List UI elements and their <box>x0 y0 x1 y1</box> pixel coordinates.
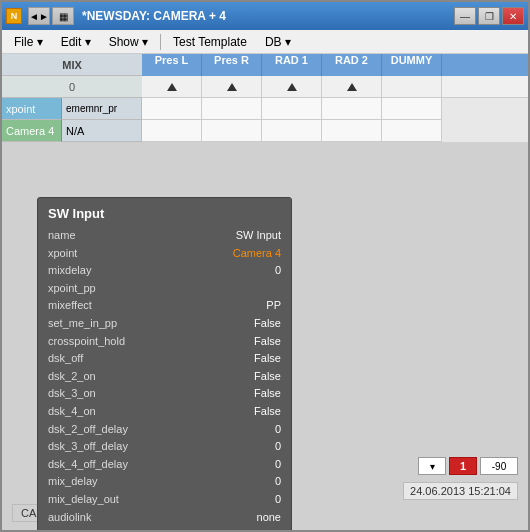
tooltip-val-audiolink: none <box>257 509 281 527</box>
table-row-camera: Camera 4 N/A <box>2 120 528 142</box>
title-bar: N ◄► ▦ *NEWSDAY: CAMERA + 4 — ❐ ✕ <box>2 2 528 30</box>
tooltip-row-dsk3offdelay: dsk_3_off_delay 0 <box>48 438 281 456</box>
tooltip-val-mixeffect: PP <box>266 297 281 315</box>
tooltip-key-index: index <box>48 526 168 530</box>
tooltip-row-xpointpp: xpoint_pp <box>48 280 281 298</box>
tooltip-key-dsk4on: dsk_4_on <box>48 403 168 421</box>
tooltip-row-mixdelayout: mix_delay_out 0 <box>48 491 281 509</box>
tooltip-val-dskoff: False <box>254 350 281 368</box>
window-title: *NEWSDAY: CAMERA + 4 <box>82 9 454 23</box>
tooltip-row-setmeinpp: set_me_in_pp False <box>48 315 281 333</box>
column-headers: Pres L Pres R RAD 1 RAD 2 DUMMY <box>142 54 528 76</box>
app-icon: N <box>6 8 22 24</box>
slider-dropdown[interactable]: ▾ <box>418 457 446 475</box>
slider-area: ▾ 1 -90 <box>418 457 518 475</box>
tooltip-val-xpoint: Camera 4 <box>233 245 281 263</box>
tooltip-key-setmeinpp: set_me_in_pp <box>48 315 168 333</box>
tooltip-key-dsk2offdelay: dsk_2_off_delay <box>48 421 168 439</box>
col-header-rad1: RAD 1 <box>262 54 322 76</box>
tooltip-key-xpointpp: xpoint_pp <box>48 280 168 298</box>
tooltip-row-dsk2on: dsk_2_on False <box>48 368 281 386</box>
tooltip-row-audiolink: audiolink none <box>48 509 281 527</box>
tooltip-val-index: 0 <box>275 526 281 530</box>
tooltip-key-xpoint: xpoint <box>48 245 168 263</box>
window-controls: — ❐ ✕ <box>454 7 524 25</box>
tooltip-key-cphold: crosspoint_hold <box>48 333 168 351</box>
col-header-dummy: DUMMY <box>382 54 442 76</box>
mix-value: 0 <box>2 76 142 98</box>
tooltip-title: SW Input <box>48 206 281 221</box>
menu-db[interactable]: DB ▾ <box>257 33 299 51</box>
menu-separator <box>160 34 161 50</box>
tooltip-row-name: name SW Input <box>48 227 281 245</box>
tooltip-val-dsk2on: False <box>254 368 281 386</box>
tooltip-val-cphold: False <box>254 333 281 351</box>
tooltip-row-mixdelay: mixdelay 0 <box>48 262 281 280</box>
tooltip-val-mixdelay2: 0 <box>275 473 281 491</box>
tooltip-row-dsk2offdelay: dsk_2_off_delay 0 <box>48 421 281 439</box>
tooltip-row-index: index 0 <box>48 526 281 530</box>
tooltip-row-cphold: crosspoint_hold False <box>48 333 281 351</box>
slider-value-1: 1 <box>449 457 477 475</box>
row-value-xpoint: ememnr_pr <box>62 98 142 120</box>
tooltip-popup: SW Input name SW Input xpoint Camera 4 m… <box>37 197 292 530</box>
arrow-up-3 <box>287 83 297 91</box>
tooltip-row-xpoint: xpoint Camera 4 <box>48 245 281 263</box>
tooltip-key-dsk3on: dsk_3_on <box>48 385 168 403</box>
tooltip-key-dsk3offdelay: dsk_3_off_delay <box>48 438 168 456</box>
col-header-rad2: RAD 2 <box>322 54 382 76</box>
row-label-xpoint: xpoint <box>2 98 62 120</box>
col-header-pres-r: Pres R <box>202 54 262 76</box>
timestamp: 24.06.2013 15:21:04 <box>403 482 518 500</box>
menu-test-template[interactable]: Test Template <box>165 33 255 51</box>
close-button[interactable]: ✕ <box>502 7 524 25</box>
menu-edit[interactable]: Edit ▾ <box>53 33 99 51</box>
tooltip-key-name: name <box>48 227 168 245</box>
row-value-camera: N/A <box>62 120 142 142</box>
tooltip-val-mixdelay: 0 <box>275 262 281 280</box>
arrow-up-4 <box>347 83 357 91</box>
main-canvas: SW Input name SW Input xpoint Camera 4 m… <box>2 142 528 530</box>
arrow-row <box>142 76 528 98</box>
menu-bar: File ▾ Edit ▾ Show ▾ Test Template DB ▾ <box>2 30 528 54</box>
tooltip-key-dskoff: dsk_off <box>48 350 168 368</box>
toolbar-icons: ◄► ▦ <box>28 7 74 25</box>
tooltip-val-dsk4offdelay: 0 <box>275 456 281 474</box>
content-area: MIX 0 Pres L Pres R RAD 1 RAD 2 DUMMY <box>2 54 528 530</box>
tooltip-row-dsk4on: dsk_4_on False <box>48 403 281 421</box>
tooltip-row-dsk4offdelay: dsk_4_off_delay 0 <box>48 456 281 474</box>
tooltip-val-name: SW Input <box>236 227 281 245</box>
tooltip-key-dsk2on: dsk_2_on <box>48 368 168 386</box>
main-window: N ◄► ▦ *NEWSDAY: CAMERA + 4 — ❐ ✕ File ▾… <box>0 0 530 532</box>
tooltip-val-dsk4on: False <box>254 403 281 421</box>
tooltip-key-mixdelay2: mix_delay <box>48 473 168 491</box>
tooltip-row-mixeffect: mixeffect PP <box>48 297 281 315</box>
row-label-camera: Camera 4 <box>2 120 62 142</box>
mix-label: MIX <box>2 54 142 76</box>
tooltip-val-dsk2offdelay: 0 <box>275 421 281 439</box>
tooltip-row-mixdelay2: mix_delay 0 <box>48 473 281 491</box>
tooltip-val-dsk3offdelay: 0 <box>275 438 281 456</box>
minimize-button[interactable]: — <box>454 7 476 25</box>
tooltip-key-mixdelayout: mix_delay_out <box>48 491 168 509</box>
slider-value-2: -90 <box>480 457 518 475</box>
tooltip-row-dskoff: dsk_off False <box>48 350 281 368</box>
tooltip-key-mixeffect: mixeffect <box>48 297 168 315</box>
table-row: xpoint ememnr_pr <box>2 98 528 120</box>
tooltip-val-mixdelayout: 0 <box>275 491 281 509</box>
tooltip-row-dsk3on: dsk_3_on False <box>48 385 281 403</box>
tooltip-val-dsk3on: False <box>254 385 281 403</box>
menu-show[interactable]: Show ▾ <box>101 33 156 51</box>
tooltip-key-audiolink: audiolink <box>48 509 168 527</box>
menu-file[interactable]: File ▾ <box>6 33 51 51</box>
tooltip-val-setmeinpp: False <box>254 315 281 333</box>
restore-button[interactable]: ❐ <box>478 7 500 25</box>
arrow-up-1 <box>167 83 177 91</box>
arrow-up-2 <box>227 83 237 91</box>
tooltip-key-dsk4offdelay: dsk_4_off_delay <box>48 456 168 474</box>
tooltip-key-mixdelay: mixdelay <box>48 262 168 280</box>
nav-left-icon[interactable]: ◄► <box>28 7 50 25</box>
col-header-pres-l: Pres L <box>142 54 202 76</box>
layout-icon[interactable]: ▦ <box>52 7 74 25</box>
